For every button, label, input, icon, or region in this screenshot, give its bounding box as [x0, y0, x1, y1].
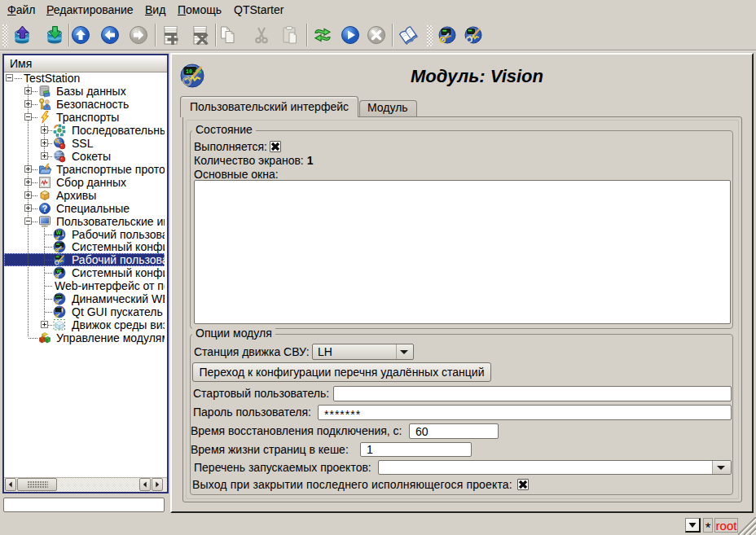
svg-text:?: ? — [42, 204, 47, 213]
svg-text:W: W — [56, 230, 62, 235]
